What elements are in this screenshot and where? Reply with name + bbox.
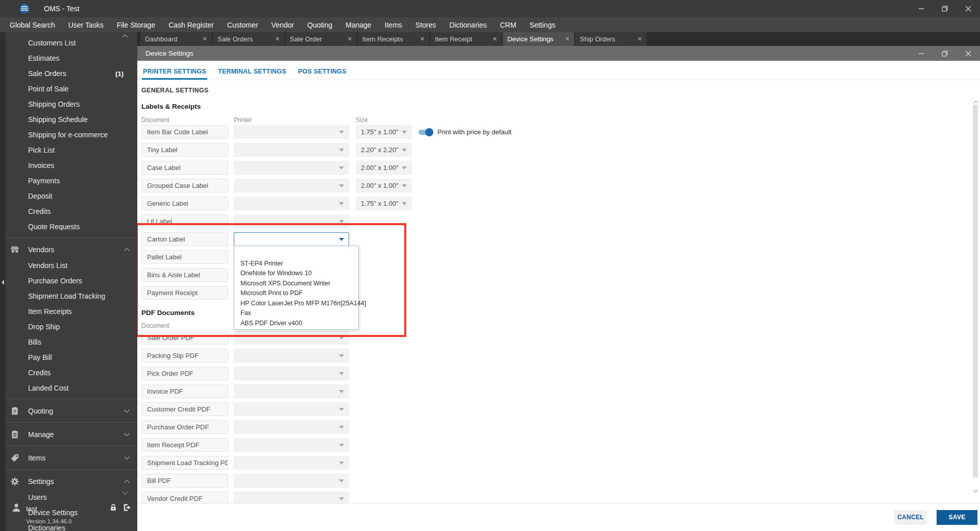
menu-item[interactable]: User Tasks: [62, 17, 110, 32]
dropdown-option[interactable]: OneNote for Windows 10: [234, 269, 358, 279]
sidebar-item[interactable]: Pick List: [6, 142, 137, 158]
document-tab[interactable]: Sale Orders: [213, 32, 284, 46]
sidebar-item[interactable]: Pay Bill: [6, 350, 137, 365]
sidebar-item[interactable]: Deposit: [6, 188, 137, 204]
cancel-button[interactable]: CANCEL: [894, 510, 927, 525]
size-dropdown[interactable]: 1.75" x 1.00": [356, 197, 412, 210]
size-dropdown[interactable]: 2.20" x 2.20": [356, 143, 412, 157]
size-dropdown[interactable]: 1.75" x 1.00": [356, 125, 412, 139]
dropdown-option[interactable]: Microsoft Print to PDF: [234, 288, 358, 299]
sidebar-item[interactable]: Payments: [6, 173, 137, 188]
close-icon[interactable]: [957, 0, 980, 17]
panel-close-icon[interactable]: [957, 46, 980, 61]
menu-item[interactable]: Items: [378, 17, 409, 32]
sidebar-item[interactable]: Point of Sale: [6, 81, 137, 96]
print-price-toggle[interactable]: [419, 130, 432, 135]
sidebar-item[interactable]: Sale Orders (1): [6, 66, 137, 81]
document-tab[interactable]: Item Receipt: [430, 32, 502, 46]
menu-item[interactable]: Global Search: [3, 17, 62, 32]
menu-item[interactable]: File Storage: [110, 17, 162, 32]
printer-dropdown[interactable]: [234, 402, 349, 416]
scrollbar-thumb[interactable]: [973, 105, 978, 477]
sidebar-item[interactable]: Invoices: [6, 158, 137, 173]
tab-close-icon[interactable]: [348, 36, 352, 42]
sidebar-item[interactable]: Credits: [6, 204, 137, 219]
sidebar-item[interactable]: Shipping Orders: [6, 96, 137, 112]
tab-close-icon[interactable]: [203, 36, 207, 42]
document-tab[interactable]: Sale Order: [285, 32, 357, 46]
printer-dropdown[interactable]: [234, 349, 349, 363]
vertical-scrollbar[interactable]: [973, 97, 978, 495]
dropdown-option[interactable]: ST-EP4 Printer: [234, 259, 358, 269]
tab-close-icon[interactable]: [420, 36, 425, 42]
printer-dropdown[interactable]: [234, 456, 349, 470]
scroll-down-icon[interactable]: [973, 486, 978, 495]
printer-dropdown[interactable]: [234, 331, 349, 345]
printer-dropdown[interactable]: [234, 384, 349, 398]
sidebar-item[interactable]: Vendors List: [6, 258, 137, 273]
settings-tab[interactable]: TERMINAL SETTINGS: [217, 68, 287, 80]
document-tab[interactable]: Device Settings: [503, 32, 574, 46]
panel-restore-icon[interactable]: [933, 46, 957, 61]
minimize-icon[interactable]: [910, 0, 933, 17]
document-tab[interactable]: Item Receipts: [358, 32, 429, 46]
menu-item[interactable]: Dictionaries: [443, 17, 493, 32]
sidebar-collapse-rail[interactable]: [0, 32, 6, 531]
dropdown-option[interactable]: ABS PDF Driver v400: [234, 319, 358, 329]
sidebar-item[interactable]: Drop Ship: [6, 319, 137, 334]
menu-item[interactable]: Cash Register: [162, 17, 220, 32]
menu-item[interactable]: Quoting: [301, 17, 339, 32]
sidebar-item[interactable]: Settings: [6, 473, 137, 490]
printer-dropdown[interactable]: [234, 438, 349, 452]
sidebar-item[interactable]: Shipment Load Tracking: [6, 288, 137, 304]
lock-icon[interactable]: [109, 503, 118, 514]
menu-item[interactable]: Stores: [409, 17, 443, 32]
menu-item[interactable]: CRM: [493, 17, 523, 32]
sidebar-item[interactable]: ? Quoting: [6, 403, 137, 419]
printer-dropdown[interactable]: [234, 474, 349, 488]
sidebar-item[interactable]: Customers List: [6, 35, 137, 51]
tab-close-icon[interactable]: [275, 36, 280, 42]
printer-dropdown[interactable]: [234, 214, 349, 228]
sidebar-item[interactable]: Shipping Schedule: [6, 112, 137, 127]
tab-close-icon[interactable]: [493, 36, 497, 42]
sidebar-scroll-down-icon[interactable]: [121, 491, 129, 495]
menu-item[interactable]: Customer: [220, 17, 265, 32]
settings-tab[interactable]: POS SETTINGS: [297, 68, 348, 80]
tab-close-icon[interactable]: [638, 36, 642, 42]
dropdown-option[interactable]: Microsoft XPS Document Writer: [234, 279, 358, 289]
printer-dropdown[interactable]: [234, 143, 349, 157]
sidebar-item[interactable]: Vendors: [6, 242, 137, 258]
document-tab[interactable]: Dashboard: [140, 32, 212, 46]
dropdown-option[interactable]: Fax: [234, 308, 358, 319]
dropdown-option[interactable]: [234, 249, 358, 259]
sidebar-item[interactable]: Estimates: [6, 51, 137, 66]
document-tab[interactable]: Ship Orders: [575, 32, 647, 46]
sidebar-item[interactable]: Quote Requests: [6, 219, 137, 234]
logout-icon[interactable]: [122, 503, 132, 514]
size-dropdown[interactable]: 2.00" x 1.00": [356, 161, 412, 175]
settings-tab[interactable]: PRINTER SETTINGS: [142, 68, 207, 80]
save-button[interactable]: SAVE: [937, 510, 977, 525]
menu-item[interactable]: Manage: [339, 17, 378, 32]
printer-dropdown[interactable]: [234, 232, 349, 246]
restore-icon[interactable]: [933, 0, 957, 17]
menu-item[interactable]: Vendor: [265, 17, 301, 32]
sidebar-item[interactable]: Shipping for e-commerce: [6, 127, 137, 142]
menu-item[interactable]: Settings: [523, 17, 562, 32]
sidebar-item[interactable]: Item Receipts: [6, 304, 137, 319]
sidebar-item[interactable]: Credits: [6, 365, 137, 380]
collapse-left-icon[interactable]: [1, 278, 5, 287]
tab-close-icon[interactable]: [565, 36, 570, 42]
sidebar-item[interactable]: Items: [6, 450, 137, 466]
panel-minimize-icon[interactable]: [910, 46, 933, 61]
sidebar-item[interactable]: Bills: [6, 334, 137, 350]
printer-dropdown[interactable]: [234, 197, 349, 210]
printer-dropdown[interactable]: [234, 161, 349, 175]
printer-dropdown[interactable]: [234, 367, 349, 380]
printer-dropdown[interactable]: [234, 125, 349, 139]
sidebar-item[interactable]: Purchase Orders: [6, 273, 137, 288]
printer-dropdown[interactable]: [234, 179, 349, 192]
sidebar-item[interactable]: Landed Cost: [6, 380, 137, 396]
sidebar-item[interactable]: Manage: [6, 426, 137, 443]
